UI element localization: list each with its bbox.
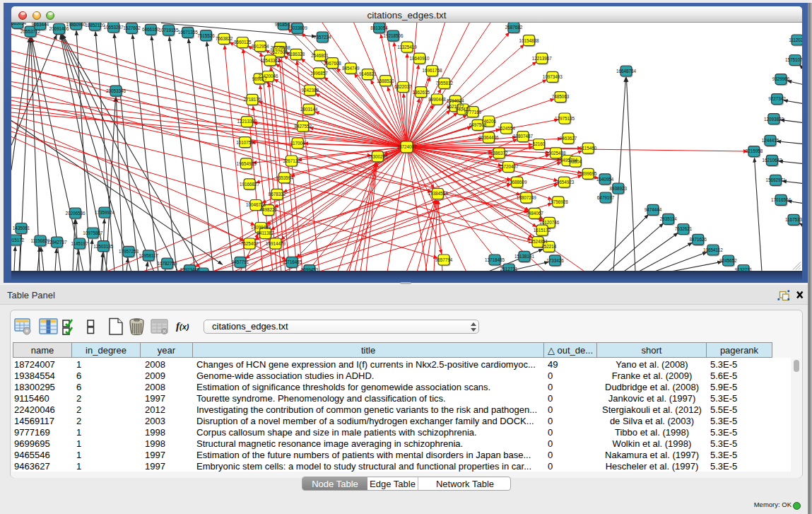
svg-text:2935114: 2935114 bbox=[660, 216, 678, 221]
svg-text:8454749: 8454749 bbox=[342, 66, 360, 71]
svg-text:16120746: 16120746 bbox=[539, 220, 560, 225]
svg-text:7625402: 7625402 bbox=[241, 240, 259, 245]
svg-text:10154838: 10154838 bbox=[519, 37, 539, 42]
svg-text:10654112: 10654112 bbox=[703, 247, 723, 252]
svg-text:6794024: 6794024 bbox=[447, 98, 464, 103]
svg-text:19384554: 19384554 bbox=[428, 191, 448, 196]
svg-text:6322037: 6322037 bbox=[394, 84, 412, 89]
svg-text:1167533: 1167533 bbox=[785, 217, 802, 222]
svg-text:15692971: 15692971 bbox=[765, 177, 786, 182]
svg-text:8215958: 8215958 bbox=[746, 148, 763, 153]
svg-text:8813054: 8813054 bbox=[370, 25, 388, 30]
svg-text:10807487: 10807487 bbox=[513, 134, 534, 139]
svg-text:9146821: 9146821 bbox=[359, 71, 377, 76]
svg-text:3624554: 3624554 bbox=[498, 125, 515, 130]
svg-text:19654925: 19654925 bbox=[236, 160, 257, 165]
svg-text:10653287: 10653287 bbox=[104, 24, 124, 29]
svg-text:14099489: 14099489 bbox=[251, 225, 271, 230]
svg-text:18807249: 18807249 bbox=[517, 194, 537, 199]
svg-text:7515526: 7515526 bbox=[197, 33, 215, 37]
svg-text:10975867: 10975867 bbox=[83, 230, 103, 235]
svg-text:18640910: 18640910 bbox=[410, 55, 430, 60]
svg-text:9132731: 9132731 bbox=[735, 267, 753, 271]
svg-text:9484067: 9484067 bbox=[526, 211, 543, 216]
svg-text:4498222: 4498222 bbox=[260, 207, 278, 212]
svg-text:8678332: 8678332 bbox=[269, 192, 286, 197]
svg-text:9115460: 9115460 bbox=[579, 146, 597, 151]
svg-text:9245652: 9245652 bbox=[719, 257, 737, 262]
svg-text:1435061: 1435061 bbox=[13, 226, 30, 230]
svg-text:18300295: 18300295 bbox=[367, 153, 388, 158]
svg-text:2612731: 2612731 bbox=[500, 266, 518, 270]
svg-text:8411387: 8411387 bbox=[257, 230, 274, 235]
svg-text:17359924: 17359924 bbox=[95, 209, 115, 214]
svg-text:746206: 746206 bbox=[481, 118, 497, 123]
svg-text:1615172: 1615172 bbox=[534, 228, 551, 233]
svg-text:9463627: 9463627 bbox=[560, 135, 577, 140]
svg-text:1362615: 1362615 bbox=[413, 89, 430, 94]
svg-text:2967608: 2967608 bbox=[324, 60, 341, 65]
svg-text:8938923: 8938923 bbox=[610, 185, 628, 190]
svg-text:7663822: 7663822 bbox=[216, 36, 233, 41]
svg-text:16648784: 16648784 bbox=[616, 68, 637, 73]
svg-text:9474444: 9474444 bbox=[645, 207, 662, 212]
svg-text:96804: 96804 bbox=[570, 158, 582, 163]
svg-text:11325419: 11325419 bbox=[397, 44, 417, 49]
svg-text:2687682: 2687682 bbox=[505, 25, 523, 30]
svg-text:19860980: 19860980 bbox=[66, 23, 86, 27]
svg-text:12213967: 12213967 bbox=[532, 55, 553, 60]
svg-text:8912954: 8912954 bbox=[252, 43, 269, 48]
svg-text:2718176: 2718176 bbox=[244, 97, 261, 102]
svg-text:19218506: 19218506 bbox=[383, 33, 404, 37]
svg-text:9329966: 9329966 bbox=[772, 76, 790, 81]
svg-text:1665054: 1665054 bbox=[11, 23, 26, 25]
svg-text:7357234: 7357234 bbox=[314, 34, 331, 39]
svg-text:8471626: 8471626 bbox=[689, 237, 707, 242]
svg-text:9777169: 9777169 bbox=[464, 109, 482, 114]
svg-text:9899695: 9899695 bbox=[579, 171, 597, 176]
svg-text:117004: 117004 bbox=[290, 140, 305, 145]
svg-text:1588520: 1588520 bbox=[377, 78, 394, 83]
svg-text:1112028: 1112028 bbox=[789, 37, 802, 42]
svg-text:20553712: 20553712 bbox=[20, 28, 41, 33]
svg-text:10025438: 10025438 bbox=[546, 150, 566, 155]
svg-text:16210643: 16210643 bbox=[762, 158, 782, 163]
svg-text:3915172: 3915172 bbox=[11, 237, 25, 242]
svg-text:10046726: 10046726 bbox=[246, 202, 266, 207]
svg-text:62160: 62160 bbox=[533, 141, 546, 146]
svg-text:9657794: 9657794 bbox=[435, 257, 453, 262]
svg-text:13718485: 13718485 bbox=[485, 257, 505, 262]
svg-text:7955812: 7955812 bbox=[435, 81, 453, 86]
svg-text:17016504: 17016504 bbox=[771, 197, 792, 202]
svg-text:16782759: 16782759 bbox=[158, 261, 178, 266]
svg-text:23420046: 23420046 bbox=[258, 74, 278, 78]
svg-text:18852120: 18852120 bbox=[85, 23, 105, 28]
svg-text:6466160: 6466160 bbox=[142, 27, 160, 32]
svg-text:12975135: 12975135 bbox=[555, 115, 575, 120]
svg-text:10688609: 10688609 bbox=[507, 179, 528, 184]
svg-text:10543362: 10543362 bbox=[260, 57, 281, 62]
svg-text:19654923: 19654923 bbox=[554, 179, 575, 184]
svg-text:8099453: 8099453 bbox=[301, 267, 319, 271]
svg-text:7632621: 7632621 bbox=[675, 226, 693, 231]
svg-text:17957253: 17957253 bbox=[119, 249, 139, 254]
svg-text:2803144: 2803144 bbox=[300, 106, 318, 111]
svg-text:2546801: 2546801 bbox=[311, 52, 329, 57]
svg-text:8660125: 8660125 bbox=[234, 40, 252, 45]
svg-text:20364436: 20364436 bbox=[478, 134, 499, 139]
svg-text:1244415: 1244415 bbox=[762, 138, 779, 143]
svg-text:1527602: 1527602 bbox=[123, 25, 141, 30]
svg-text:9457791: 9457791 bbox=[232, 259, 249, 264]
svg-text:10958117: 10958117 bbox=[139, 252, 158, 257]
svg-text:16033809: 16033809 bbox=[288, 25, 308, 30]
svg-text:15716485: 15716485 bbox=[282, 259, 302, 264]
svg-text:12093822: 12093822 bbox=[764, 116, 784, 121]
svg-text:7485063: 7485063 bbox=[552, 94, 570, 99]
svg-text:20691406: 20691406 bbox=[49, 26, 70, 31]
svg-text:3267130: 3267130 bbox=[283, 158, 300, 163]
svg-text:1010755: 1010755 bbox=[236, 139, 254, 144]
svg-text:18724007: 18724007 bbox=[396, 144, 417, 149]
svg-text:8186328: 8186328 bbox=[288, 52, 305, 57]
svg-text:9242388: 9242388 bbox=[301, 88, 319, 93]
svg-text:16961758: 16961758 bbox=[422, 68, 442, 73]
